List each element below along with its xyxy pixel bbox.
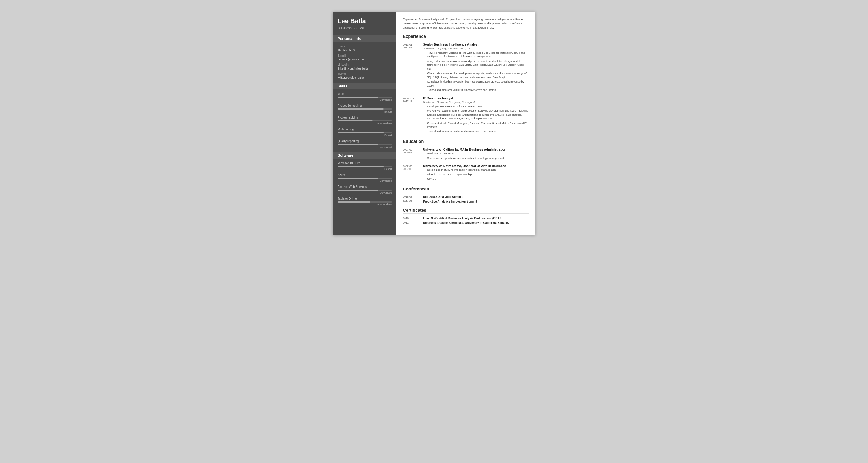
entry-title: Senior Business Intelligence Analyst [423,43,529,46]
skill-name: Tableau Online [338,197,392,200]
info-value: linkedin.com/in/lee.balta [338,67,392,70]
skill-level: Expert [338,134,392,137]
bullet-item: GPA 3.7 [427,177,529,181]
skill-bar-bg [338,178,392,179]
candidate-name: Lee Batla [338,17,392,25]
entry-title: University of California, MA in Business… [423,148,529,151]
skill-level: Intermediate [338,203,392,206]
skill-bar-bg [338,190,392,191]
skill-level: Advanced [338,98,392,101]
skill-name: Problem solving [338,116,392,119]
conference-date: 2015-03 [403,195,423,198]
bullet-item: Traveled regularly, working on-site with… [427,51,529,59]
conference-name: Predictive Analytics Innovation Summit [423,200,477,203]
skills-list: MathAdvancedProject SchedulingExpertProb… [338,92,392,148]
sidebar: Lee Batla Business Analyst Personal Info… [333,11,397,235]
candidate-title: Business Analyst [338,26,392,30]
skill-level: Advanced [338,146,392,148]
entry-content: University of Notre Dame, Bachelor of Ar… [423,164,529,182]
bullet-item: Analyzed business requirements and provi… [427,59,529,71]
skill-bar-bg [338,166,392,167]
skill-bar-fill [338,144,378,145]
entry-content: Senior Business Intelligence AnalystSoft… [423,43,529,93]
certificate-year: 2011 [403,221,423,225]
software-heading: Software [333,152,397,159]
info-label: E-mail [338,54,392,57]
skill-level: Intermediate [338,122,392,125]
entry: 2013-01 -2017-06Senior Business Intellig… [403,43,529,93]
bullet-item: Trained and mentored Junior Business Ana… [427,88,529,92]
skill-bar-fill [338,108,384,110]
entry-date: 2009-10 -2012-12 [403,96,423,134]
skill-bar-fill [338,132,384,133]
summary-text: Experienced Business Analyst with 7+ yea… [403,17,529,30]
bullet-item: Trained and mentored Junior Business Ana… [427,130,529,134]
skill-level: Advanced [338,179,392,182]
certificate-year: 2016 [403,217,423,220]
conference-row: 2015-03Big Data & Analytics Summit [403,195,529,198]
entry: 2007-09 -2009-06University of California… [403,148,529,161]
skill-bar-fill [338,120,373,122]
entry-subtitle: Healthcare Software Company, Chicago, IL [423,100,529,104]
skill-bar-bg [338,144,392,145]
skill-name: Project Scheduling [338,104,392,107]
personal-info-heading: Personal Info [333,35,397,42]
experience-entries: 2013-01 -2017-06Senior Business Intellig… [403,43,529,134]
bullet-item: Completed in-depth analyses for business… [427,80,529,88]
info-value: 455-555-5676 [338,48,392,52]
skill-bar-fill [338,178,378,179]
skill-bar-fill [338,201,370,202]
skill-name: Math [338,92,392,96]
skill-name: Azure [338,173,392,176]
entry-bullets: Graduated Cum Laude.Specialized in opera… [423,152,529,160]
certificate-name: Business Analysis Certificate, Universit… [423,221,509,225]
skill-bar-bg [338,132,392,133]
entry-bullets: Traveled regularly, working on-site with… [423,51,529,92]
info-value: batlalee@gmail.com [338,58,392,61]
certificate-row: 2016Level 3 - Certified Business Analysi… [403,217,529,220]
bullet-item: Collaborated with Project Managers, Busi… [427,122,529,129]
certificate-name: Level 3 - Certified Business Analysis Pr… [423,217,502,220]
certificates-heading: Certificates [403,208,529,214]
skill-bar-fill [338,166,384,167]
info-label: LinkedIn [338,63,392,66]
personal-info-fields: Phone455-555-5676E-mailbatlalee@gmail.co… [338,45,392,79]
conferences-list: 2015-03Big Data & Analytics Summit2014-0… [403,195,529,203]
entry-content: University of California, MA in Business… [423,148,529,161]
experience-section: Experience 2013-01 -2017-06Senior Busine… [403,34,529,134]
info-value: twitter.com/lee_balta [338,76,392,79]
skill-name: Microsoft BI Suite [338,162,392,165]
entry-date: 2002-09 -2007-06 [403,164,423,182]
skill-level: Advanced [338,191,392,194]
entry-title: IT Business Analyst [423,96,529,100]
entry-bullets: Developed use cases for software develop… [423,105,529,134]
conference-name: Big Data & Analytics Summit [423,195,463,198]
bullet-item: Developed use cases for software develop… [427,105,529,109]
entry: 2002-09 -2007-06University of Notre Dame… [403,164,529,182]
resume-container: Lee Batla Business Analyst Personal Info… [333,11,535,235]
education-entries: 2007-09 -2009-06University of California… [403,148,529,182]
education-heading: Education [403,139,529,145]
skill-bar-fill [338,190,378,191]
entry-subtitle: Software Company, San Francisco, CA [423,47,529,50]
bullet-item: Wrote code as needed for development of … [427,71,529,79]
skill-bar-bg [338,108,392,110]
bullet-item: Specialized in operations and informatio… [427,156,529,160]
skill-level: Expert [338,168,392,170]
info-label: Twitter [338,72,392,75]
bullet-item: Worked with team through entire process … [427,109,529,121]
skill-level: Expert [338,110,392,113]
certificate-row: 2011Business Analysis Certificate, Unive… [403,221,529,225]
skill-bar-fill [338,97,378,98]
conference-date: 2014-02 [403,200,423,203]
software-list: Microsoft BI SuiteExpertAzureAdvancedAma… [338,162,392,206]
experience-heading: Experience [403,34,529,40]
bullet-item: Minor in innovation & entrepreneurship [427,173,529,177]
skill-name: Multi-tasking [338,128,392,131]
entry-content: IT Business AnalystHealthcare Software C… [423,96,529,134]
entry: 2009-10 -2012-12IT Business AnalystHealt… [403,96,529,134]
bullet-item: Graduated Cum Laude. [427,152,529,156]
info-label: Phone [338,45,392,48]
certificates-section: Certificates 2016Level 3 - Certified Bus… [403,208,529,225]
entry-title: University of Notre Dame, Bachelor of Ar… [423,164,529,168]
